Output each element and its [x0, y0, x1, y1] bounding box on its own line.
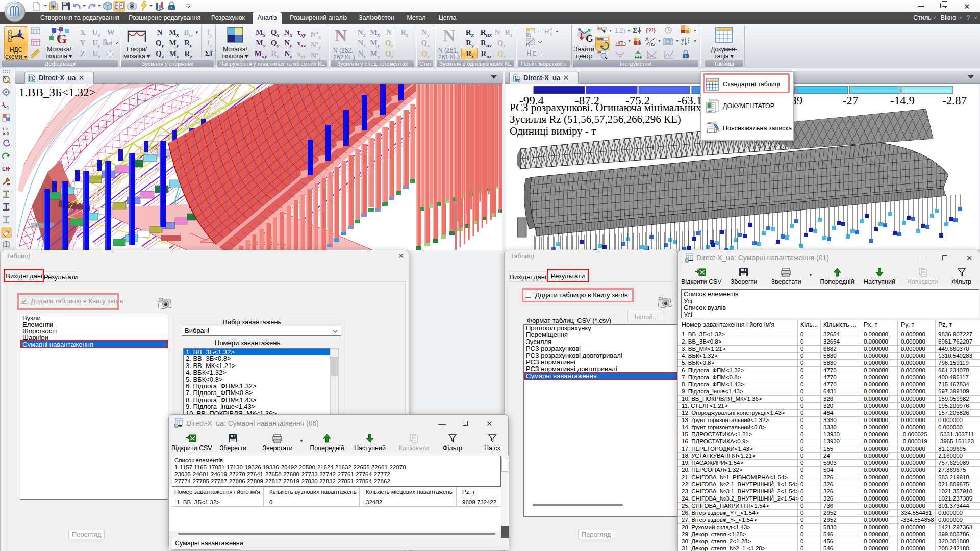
svg-text:c: c [681, 41, 683, 46]
svg-text:-2.87: -2.87 [942, 94, 967, 107]
svg-text:3: 3 [7, 131, 9, 136]
svg-text:РСЗ розрахункові. Огинаюча мін: РСЗ розрахункові. Огинаюча мінімальних [510, 101, 701, 114]
svg-text:Σ: Σ [633, 25, 637, 34]
svg-text:R: R [544, 27, 549, 35]
svg-text:1: 1 [2, 101, 5, 107]
svg-text:2: 2 [6, 105, 9, 110]
svg-text:G: G [57, 32, 67, 45]
svg-text:-14.9: -14.9 [890, 94, 915, 107]
svg-text:A: A [645, 37, 649, 42]
svg-text:E1: E1 [526, 34, 531, 37]
svg-text:-27: -27 [843, 94, 859, 107]
svg-text:Зусилля Rz (51,56,57,256,266,2: Зусилля Rz (51,56,57,256,266,296 КЕ) [510, 113, 681, 125]
svg-text:24: 24 [32, 79, 36, 82]
svg-text:Одиниці виміру - т: Одиниці виміру - т [510, 125, 596, 137]
svg-text:x: x [550, 31, 552, 36]
svg-text:EF: EF [526, 44, 531, 48]
svg-text:24: 24 [517, 79, 520, 82]
svg-text:a(X): a(X) [105, 41, 112, 45]
svg-text:E: E [533, 50, 536, 57]
svg-text:G: G [586, 33, 593, 44]
svg-text:hs: hs [649, 41, 655, 47]
